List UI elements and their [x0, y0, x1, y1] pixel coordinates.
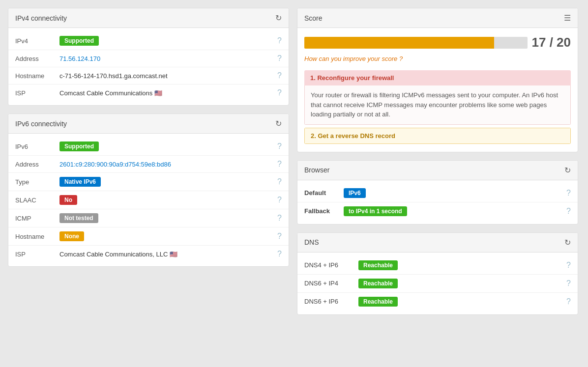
- ipv4-isp-help-icon[interactable]: ?: [277, 88, 282, 97]
- dns6-ip6-badge: Reachable: [358, 297, 398, 307]
- ipv4-hostname-value: c-71-56-124-170.hsd1.ga.comcast.net: [59, 72, 277, 80]
- ipv6-type-label: Type: [15, 178, 59, 186]
- browser-default-value: IPv6: [344, 188, 566, 198]
- ipv4-isp-label: ISP: [15, 89, 59, 97]
- ipv6-help-icon[interactable]: ?: [277, 142, 282, 151]
- ipv6-address-help-icon[interactable]: ?: [277, 160, 282, 169]
- ipv4-help-icon[interactable]: ?: [277, 36, 282, 45]
- ipv4-refresh-icon[interactable]: ↻: [275, 13, 282, 23]
- ipv4-badge: Supported: [59, 36, 99, 46]
- ipv6-refresh-icon[interactable]: ↻: [275, 119, 282, 128]
- ipv6-hostname-badge: None: [59, 231, 84, 241]
- browser-refresh-icon[interactable]: ↻: [564, 166, 571, 175]
- table-row: DNS4 + IP6 Reachable ?: [297, 256, 578, 275]
- ipv6-icmp-value: Not tested: [59, 213, 277, 223]
- dns4-ip6-help-icon[interactable]: ?: [566, 261, 571, 270]
- browser-body: Default IPv6 ? Fallback to IPv4 in 1 sec…: [297, 180, 578, 224]
- ipv6-isp-value: Comcast Cable Communications, LLC 🇺🇸: [59, 251, 277, 258]
- ipv6-header: IPv6 connectivity ↻: [8, 114, 289, 134]
- score-number: 17 / 20: [531, 35, 571, 50]
- ipv6-icmp-badge: Not tested: [59, 213, 98, 223]
- ipv6-label: IPv6: [15, 143, 59, 150]
- ipv4-body: IPv4 Supported ? Address 71.56.124.170 ?…: [8, 28, 289, 105]
- ipv6-icmp-label: ICMP: [15, 215, 59, 222]
- ipv6-isp-help-icon[interactable]: ?: [277, 250, 282, 258]
- table-row: IPv4 Supported ?: [8, 32, 289, 50]
- score-body: 17 / 20 How can you improve your score ?…: [297, 28, 578, 152]
- suggestion-dns-header: 2. Get a reverse DNS record: [304, 128, 571, 144]
- ipv6-title: IPv6 connectivity: [15, 120, 67, 128]
- dns-body: DNS4 + IP6 Reachable ? DNS6 + IP4 Reacha…: [297, 253, 578, 314]
- score-bar-track: [304, 37, 528, 49]
- ipv4-address-label: Address: [15, 55, 59, 62]
- dns-refresh-icon[interactable]: ↻: [564, 238, 571, 247]
- table-row: ICMP Not tested ?: [8, 209, 289, 227]
- ipv6-hostname-help-icon[interactable]: ?: [277, 232, 282, 241]
- table-row: ISP Comcast Cable Communications, LLC 🇺🇸…: [8, 246, 289, 262]
- table-row: Address 2601:c9:280:900:90a9:d754:59e8:b…: [8, 156, 289, 173]
- ipv6-hostname-value: None: [59, 231, 277, 241]
- ipv4-address-value: 71.56.124.170: [59, 55, 277, 62]
- ipv4-address-help-icon[interactable]: ?: [277, 54, 282, 63]
- ipv6-slaac-badge: No: [59, 195, 77, 205]
- score-card: Score ☰ 17 / 20 How can you improve your…: [297, 8, 578, 152]
- table-row: DNS6 + IP6 Reachable ?: [297, 293, 578, 311]
- browser-fallback-value: to IPv4 in 1 second: [344, 206, 566, 216]
- browser-fallback-help-icon[interactable]: ?: [566, 207, 571, 216]
- ipv6-slaac-value: No: [59, 195, 277, 205]
- ipv6-type-badge: Native IPv6: [59, 177, 101, 187]
- browser-default-help-icon[interactable]: ?: [566, 189, 571, 198]
- ipv6-value: Supported: [59, 141, 277, 151]
- dns-card: DNS ↻ DNS4 + IP6 Reachable ? DNS6 + IP4 …: [297, 232, 578, 315]
- ipv6-icmp-help-icon[interactable]: ?: [277, 214, 282, 223]
- ipv4-address-link[interactable]: 71.56.124.170: [59, 55, 100, 62]
- browser-default-label: Default: [304, 189, 344, 197]
- score-list-icon[interactable]: ☰: [564, 13, 571, 23]
- ipv6-address-link[interactable]: 2601:c9:280:900:90a9:d754:59e8:bd86: [59, 161, 171, 168]
- suggestion-firewall-body: Your router or firewall is filtering ICM…: [304, 85, 571, 125]
- dns6-ip4-badge: Reachable: [358, 279, 398, 288]
- browser-fallback-badge: to IPv4 in 1 second: [344, 206, 407, 216]
- ipv6-type-help-icon[interactable]: ?: [277, 177, 282, 186]
- ipv6-card: IPv6 connectivity ↻ IPv6 Supported ? Add…: [8, 113, 289, 267]
- dns4-ip6-badge: Reachable: [358, 260, 398, 270]
- suggestion-firewall-header: 1. Reconfigure your firewall: [304, 70, 571, 85]
- improve-label: How can you improve your score ?: [297, 53, 578, 67]
- browser-default-badge: IPv6: [344, 188, 366, 198]
- suggestion-dns: 2. Get a reverse DNS record: [304, 128, 571, 144]
- table-row: Address 71.56.124.170 ?: [8, 50, 289, 67]
- ipv4-isp-value: Comcast Cable Communications 🇺🇸: [59, 89, 277, 97]
- table-row: IPv6 Supported ?: [8, 138, 289, 156]
- score-title: Score: [304, 14, 323, 22]
- dns6-ip6-help-icon[interactable]: ?: [566, 297, 571, 306]
- dns6-ip6-label: DNS6 + IP6: [304, 298, 358, 305]
- ipv6-address-label: Address: [15, 161, 59, 168]
- dns6-ip4-value: Reachable: [358, 279, 566, 288]
- ipv4-value: Supported: [59, 36, 277, 46]
- score-bar-fill: [304, 37, 494, 49]
- dns6-ip6-value: Reachable: [358, 297, 566, 307]
- dns4-ip6-label: DNS4 + IP6: [304, 261, 358, 269]
- table-row: Hostname None ?: [8, 227, 289, 246]
- dns6-ip4-help-icon[interactable]: ?: [566, 279, 571, 288]
- dns6-ip4-label: DNS6 + IP4: [304, 280, 358, 287]
- ipv6-isp-label: ISP: [15, 251, 59, 258]
- ipv6-type-value: Native IPv6: [59, 177, 277, 187]
- score-bar-empty: [494, 37, 528, 49]
- ipv6-slaac-help-icon[interactable]: ?: [277, 196, 282, 204]
- ipv6-badge: Supported: [59, 141, 99, 151]
- ipv4-hostname-label: Hostname: [15, 72, 59, 80]
- table-row: DNS6 + IP4 Reachable ?: [297, 275, 578, 293]
- table-row: SLAAC No ?: [8, 191, 289, 209]
- dns-header: DNS ↻: [297, 233, 578, 253]
- table-row: ISP Comcast Cable Communications 🇺🇸 ?: [8, 85, 289, 101]
- ipv6-address-value: 2601:c9:280:900:90a9:d754:59e8:bd86: [59, 161, 277, 168]
- ipv4-hostname-help-icon[interactable]: ?: [277, 71, 282, 80]
- browser-title: Browser: [304, 166, 329, 174]
- browser-fallback-label: Fallback: [304, 207, 344, 215]
- browser-card: Browser ↻ Default IPv6 ? Fallback to IPv…: [297, 160, 578, 225]
- ipv4-card: IPv4 connectivity ↻ IPv4 Supported ? Add…: [8, 8, 289, 106]
- ipv6-hostname-label: Hostname: [15, 233, 59, 240]
- ipv4-title: IPv4 connectivity: [15, 14, 67, 22]
- table-row: Default IPv6 ?: [297, 184, 578, 202]
